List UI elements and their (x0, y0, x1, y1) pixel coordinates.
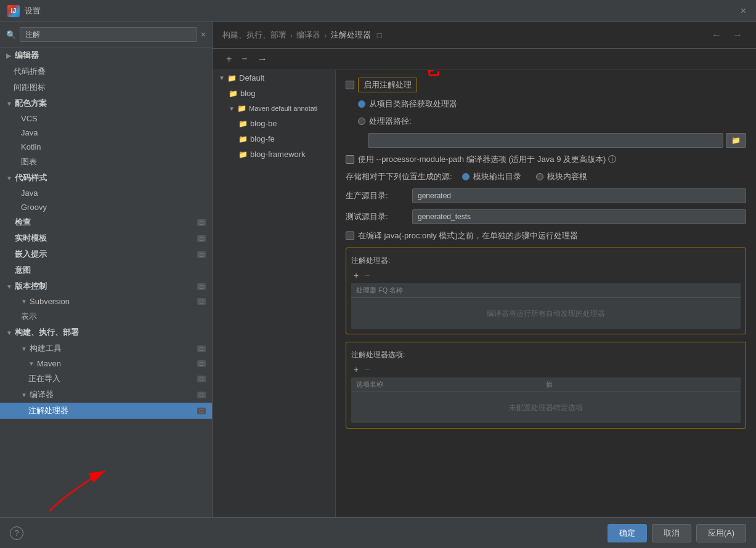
from-classpath-label: 从项目类路径获取处理器 (369, 99, 457, 110)
folder-icon-blog: 📁 (229, 89, 238, 98)
sidebar-item-kotlin-scheme[interactable]: Kotlin (0, 140, 212, 154)
storage-label: 存储相对于下列位置生成的源: (346, 171, 452, 182)
sidebar-label-groovy-style: Groovy (21, 203, 47, 212)
enable-annotation-label: 启用注解处理 (358, 78, 417, 92)
sidebar-item-vcs-control[interactable]: ▼ 版本控制 □ (0, 278, 212, 294)
sidebar-label-kotlin-scheme: Kotlin (21, 142, 41, 151)
test-dir-input[interactable] (412, 209, 746, 224)
sidebar-label-inlay-hints: 嵌入提示 (15, 249, 47, 260)
processor-path-label: 处理器路径: (369, 116, 412, 127)
processor-path-radio[interactable] (358, 118, 365, 125)
run-before-javac-row: 在编译 java(-proc:only 模式)之前，在单独的步骤中运行处理器 (346, 230, 746, 241)
processor-options-section-header: 注解处理器选项: (351, 350, 741, 360)
arrow-button[interactable]: → (254, 52, 271, 66)
sidebar-item-importing[interactable]: 正在导入 □ (0, 371, 212, 387)
production-dir-input[interactable] (412, 188, 746, 203)
content-header: 构建、执行、部署 › 编译器 › 注解处理器 □ ← → (213, 22, 756, 49)
profile-item-default[interactable]: ▼ 📁 Default (213, 70, 335, 86)
sidebar-item-build-run-deploy[interactable]: ▼ 构建、执行、部署 (0, 324, 212, 340)
profile-item-blog[interactable]: 📁 blog (213, 86, 335, 101)
sidebar-item-maven[interactable]: ▼ Maven □ (0, 357, 212, 371)
sidebar-item-color-scheme[interactable]: ▼ 配色方案 (0, 95, 212, 111)
processor-options-header: 选项名称 值 (351, 377, 741, 392)
enable-annotation-checkbox[interactable] (346, 81, 354, 89)
folder-icon-blog-fe: 📁 (238, 135, 248, 143)
sidebar-item-intentions[interactable]: 意图 (0, 262, 212, 278)
search-clear-button[interactable]: × (201, 30, 206, 39)
processor-path-row: 处理器路径: (358, 116, 746, 127)
module-path-checkbox[interactable] (346, 155, 354, 164)
title-bar: IJ 设置 × (0, 0, 756, 22)
sidebar-item-display[interactable]: 表示 (0, 308, 212, 324)
add-option-button[interactable]: + (351, 364, 361, 375)
build-tools-badge: □ (197, 345, 206, 352)
sidebar-label-code-style: 代码样式 (15, 172, 47, 183)
sidebar-label-chart: 图表 (21, 156, 37, 167)
sidebar-item-java-scheme[interactable]: Java (0, 126, 212, 140)
browse-button[interactable]: 📁 (726, 133, 746, 148)
sidebar-label-code-folding: 代码折叠 (14, 66, 46, 77)
add-profile-button[interactable]: + (222, 52, 235, 66)
module-content-radio[interactable] (536, 173, 543, 180)
sidebar-item-live-templates[interactable]: 实时模板 □ (0, 230, 212, 246)
remove-profile-button[interactable]: − (238, 52, 251, 66)
breadcrumb-sep-1: › (290, 31, 293, 40)
sidebar-item-inspections[interactable]: 检查 □ (0, 214, 212, 230)
add-processor-button[interactable]: + (351, 270, 361, 281)
sidebar-item-compiler[interactable]: ▼ 编译器 □ (0, 387, 212, 403)
module-content-label: 模块内容根 (547, 171, 587, 182)
sidebar-item-build-tools[interactable]: ▼ 构建工具 □ (0, 340, 212, 357)
processor-toolbar: + − → (213, 49, 756, 70)
help-button[interactable]: ? (10, 526, 23, 540)
folder-icon-blog-framework: 📁 (238, 150, 248, 159)
sidebar-label-build-run-deploy: 构建、执行、部署 (15, 327, 79, 338)
profile-label-blog-framework: blog-framework (250, 150, 306, 159)
sidebar-item-subversion[interactable]: ▼ Subversion □ (0, 294, 212, 308)
bottom-bar: ? 确定 取消 应用(A) (0, 517, 756, 548)
nav-forward-button[interactable]: → (729, 28, 746, 42)
sidebar-item-code-folding[interactable]: 代码折叠 (0, 63, 212, 79)
option-name-column: 选项名称 (356, 380, 546, 389)
ok-button[interactable]: 确定 (608, 524, 647, 542)
compiler-badge: □ (197, 392, 206, 398)
sidebar-item-java-style[interactable]: Java (0, 186, 212, 200)
sidebar-item-gutter-icons[interactable]: 间距图标 (0, 79, 212, 95)
sidebar-item-inlay-hints[interactable]: 嵌入提示 □ (0, 246, 212, 262)
profile-item-blog-fe[interactable]: 📁 blog-fe (213, 131, 335, 147)
sidebar-label-java-scheme: Java (21, 128, 38, 137)
remove-option-button[interactable]: − (362, 364, 372, 375)
sidebar-item-groovy-style[interactable]: Groovy (0, 200, 212, 214)
run-before-javac-checkbox[interactable] (346, 232, 354, 240)
remove-processor-button[interactable]: − (362, 270, 372, 281)
module-output-radio[interactable] (462, 173, 469, 180)
breadcrumb-part-1: 构建、执行、部署 (222, 30, 287, 41)
apply-button[interactable]: 应用(A) (696, 524, 746, 542)
processors-section-header: 注解处理器: (351, 256, 741, 266)
cancel-button[interactable]: 取消 (652, 524, 691, 542)
expand-arrow-compiler: ▼ (21, 392, 27, 398)
profile-item-blog-framework[interactable]: 📁 blog-framework (213, 147, 335, 162)
test-dir-label: 测试源目录: (346, 211, 407, 222)
processor-path-input[interactable] (368, 133, 723, 148)
sidebar-item-code-style[interactable]: ▼ 代码样式 (0, 170, 212, 186)
profile-label-maven-default: Maven default annotati (249, 105, 317, 112)
annotation-processors-badge: □ (197, 408, 206, 414)
app-icon: IJ (7, 5, 20, 17)
sidebar-item-vcs-scheme[interactable]: VCS (0, 111, 212, 126)
search-input[interactable] (20, 27, 197, 42)
nav-back-button[interactable]: ← (708, 28, 725, 42)
close-button[interactable]: × (738, 3, 749, 19)
profile-item-maven-default[interactable]: ▼ 📁 Maven default annotati (213, 101, 335, 116)
folder-icon-blog-be: 📁 (238, 119, 248, 128)
run-before-javac-label: 在编译 java(-proc:only 模式)之前，在单独的步骤中运行处理器 (358, 230, 578, 241)
sidebar-label-vcs-control: 版本控制 (15, 281, 47, 292)
sidebar-item-annotation-processors[interactable]: 注解处理器 □ (0, 403, 212, 419)
expand-arrow-color-scheme: ▼ (6, 100, 12, 107)
sidebar-item-editor[interactable]: ▶ 编辑器 (0, 47, 212, 63)
annotation-arrow-svg (349, 70, 423, 78)
profile-item-blog-be[interactable]: 📁 blog-be (213, 116, 335, 131)
module-path-label: 使用 --processor-module-path 编译器选项 (适用于 Ja… (358, 154, 616, 165)
nav-arrows: ← → (708, 28, 746, 42)
sidebar-item-chart[interactable]: 图表 (0, 154, 212, 170)
from-classpath-radio[interactable] (358, 100, 365, 108)
